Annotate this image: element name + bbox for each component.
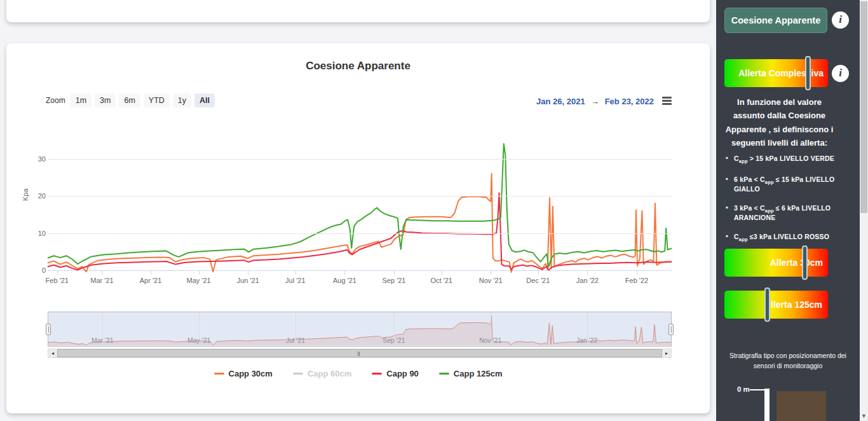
alert-30cm-bar: Allerta 30cm xyxy=(724,249,828,277)
alert-level-item: Capp > 15 kPa LIVELLO VERDE xyxy=(726,155,853,164)
legend-label: Capp 125cm xyxy=(454,369,503,378)
overall-alert-slider[interactable] xyxy=(805,56,811,90)
x-tick xyxy=(151,271,151,275)
navigator-handle-right[interactable] xyxy=(668,324,674,335)
page-scrollbar-thumb[interactable] xyxy=(860,1,867,213)
info-icon[interactable]: i xyxy=(832,11,849,29)
chart-title: Coesione Apparente xyxy=(6,60,710,72)
alert-125cm-slider[interactable] xyxy=(764,287,770,322)
range-button-ytd[interactable]: YTD xyxy=(144,93,170,107)
chart-scrollbar: ◂ ▸ xyxy=(48,349,672,358)
x-tick-label: May '21 xyxy=(187,277,211,284)
series-capp-125cm xyxy=(48,144,672,267)
alert-description: In funzione del valore assunto dalla Coe… xyxy=(722,95,837,150)
x-tick xyxy=(442,271,442,275)
range-selector: Zoom 1m3m6mYTD1yAll xyxy=(46,93,215,107)
x-tick xyxy=(538,271,539,275)
x-tick-label: Feb '22 xyxy=(625,277,648,284)
navigator-label: Mar '21 xyxy=(92,336,114,344)
navigator-label: Nov '21 xyxy=(479,336,501,344)
date-from-input[interactable]: Jan 26, 2021 xyxy=(536,97,585,106)
navigator: Mar '21May '21Jul '21Sep '21Nov '21Jan '… xyxy=(48,312,672,347)
scroll-down-arrow[interactable]: ▼ xyxy=(860,413,868,419)
x-tick xyxy=(295,271,296,275)
legend: Capp 30cmCapp 60cmCapp 90Capp 125cm xyxy=(6,369,710,378)
info-icon[interactable]: i xyxy=(832,65,849,82)
clipped-top-card xyxy=(6,0,710,22)
y-tick-label: 0 xyxy=(24,266,46,274)
range-button-all[interactable]: All xyxy=(194,93,215,107)
scrollbar-thumb[interactable] xyxy=(57,349,662,357)
coesione-apparente-button[interactable]: Coesione Apparente xyxy=(724,8,827,33)
x-tick-label: Sep '21 xyxy=(383,277,406,284)
alert-level-item: 3 kPa < Capp ≤ 6 kPa LIVELLO ARANCIONE xyxy=(726,204,853,221)
x-tick xyxy=(199,271,200,275)
x-tick xyxy=(102,271,102,275)
scroll-left-arrow[interactable]: ◂ xyxy=(48,349,57,357)
arrow-right-icon: → xyxy=(591,97,599,106)
legend-item-capp-30cm[interactable]: Capp 30cm xyxy=(214,369,273,378)
navigator-label: Jan '22 xyxy=(576,336,598,344)
x-tick xyxy=(248,271,248,275)
alert-125cm-bar: Allerta 125cm xyxy=(724,291,828,319)
legend-item-capp-60cm[interactable]: Capp 60cm xyxy=(293,369,351,378)
sensor-ruler xyxy=(764,389,770,421)
page-scrollbar: ▼ xyxy=(860,0,868,421)
navigator-handle-left[interactable] xyxy=(46,324,51,335)
main-content: Coesione Apparente Zoom 1m3m6mYTD1yAll J… xyxy=(0,0,716,421)
stratigraphy-caption: Stratigrafia tipo con posizionamento dei… xyxy=(725,350,851,371)
date-range-display: Jan 26, 2021 → Feb 23, 2022 xyxy=(536,97,654,106)
series-capp-30cm xyxy=(48,174,672,272)
alert-30cm-slider[interactable] xyxy=(802,245,808,280)
legend-marker xyxy=(439,373,449,375)
navigator-label: Jul '21 xyxy=(286,336,305,344)
range-buttons: 1m3m6mYTD1yAll xyxy=(71,93,215,107)
legend-label: Capp 90 xyxy=(386,369,419,378)
chart-card: Coesione Apparente Zoom 1m3m6mYTD1yAll J… xyxy=(6,43,710,413)
legend-label: Capp 60cm xyxy=(308,369,351,378)
x-tick-label: Oct '21 xyxy=(430,277,452,284)
date-to-input[interactable]: Feb 23, 2022 xyxy=(605,97,654,106)
range-button-1y[interactable]: 1y xyxy=(173,93,191,107)
stratigraphy-soil-layer xyxy=(776,391,826,421)
legend-item-capp-125cm[interactable]: Capp 125cm xyxy=(439,369,503,378)
legend-marker xyxy=(293,373,303,375)
navigator-label: Sep '21 xyxy=(383,336,405,344)
x-tick xyxy=(637,271,637,275)
x-tick-label: Aug '21 xyxy=(333,277,356,284)
alert-level-item: 6 kPa < Capp ≤ 15 kPa LIVELLO GIALLO xyxy=(726,176,853,193)
gridline xyxy=(48,159,672,160)
x-tick xyxy=(344,271,345,275)
range-button-3m[interactable]: 3m xyxy=(95,93,116,107)
chart-series xyxy=(48,140,672,273)
gridline xyxy=(48,233,672,234)
x-tick-label: Mar '21 xyxy=(90,277,113,284)
depth-tick xyxy=(750,389,764,390)
alert-30cm-label: Allerta 30cm xyxy=(770,258,823,268)
x-tick-label: Jul '21 xyxy=(285,277,305,284)
legend-item-capp-90[interactable]: Capp 90 xyxy=(372,369,419,378)
alert-levels-list: Capp > 15 kPa LIVELLO VERDE6 kPa < Capp … xyxy=(726,155,853,254)
alert-125cm-label: Allerta 125cm xyxy=(764,300,822,310)
gridline xyxy=(48,196,672,197)
x-tick xyxy=(491,271,491,275)
x-tick xyxy=(394,271,395,275)
hamburger-menu-icon[interactable] xyxy=(662,97,672,106)
y-axis-title: Kpa xyxy=(22,188,29,201)
x-tick-label: Apr '21 xyxy=(140,277,162,284)
y-axis: 0102030 xyxy=(24,140,46,273)
zoom-label: Zoom xyxy=(46,96,65,105)
scroll-right-arrow[interactable]: ▸ xyxy=(662,349,671,357)
range-button-6m[interactable]: 6m xyxy=(119,93,140,107)
sidebar: Coesione Apparente i Allerta Complessiva… xyxy=(716,0,860,421)
y-tick-label: 10 xyxy=(24,230,46,237)
x-tick xyxy=(587,271,588,275)
x-tick-label: Nov '21 xyxy=(479,277,503,284)
x-tick-label: Feb '21 xyxy=(46,277,69,284)
navigator-label: May '21 xyxy=(187,336,210,344)
x-tick-label: Dec '21 xyxy=(526,277,550,284)
depth-label: 0 m xyxy=(737,385,750,393)
legend-marker xyxy=(214,373,224,375)
range-button-1m[interactable]: 1m xyxy=(71,93,92,107)
overall-alert-bar: Allerta Complessiva xyxy=(724,59,828,87)
